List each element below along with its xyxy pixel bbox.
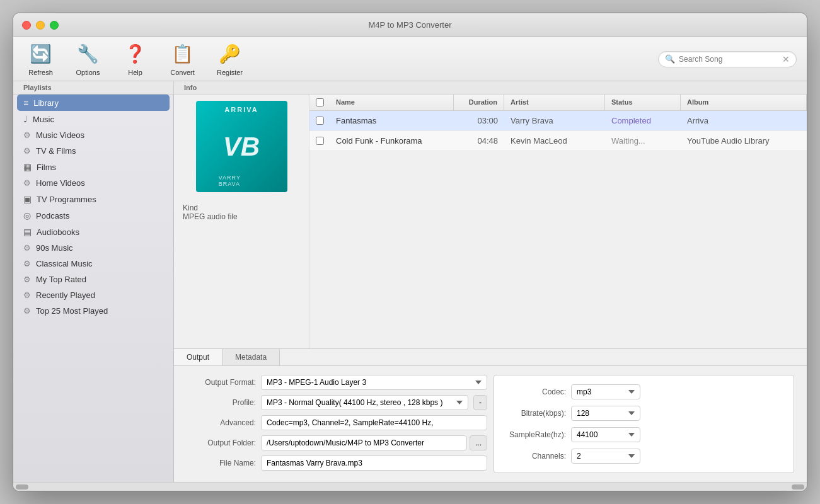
sidebar-label-films: Films <box>37 163 56 172</box>
format-row: Output Format: MP3 - MPEG-1 Audio Layer … <box>187 375 487 390</box>
sidebar-item-recently-played[interactable]: ⚙ Recently Played <box>13 287 173 303</box>
audio-settings-panel: Codec: mp3 Bitrate(kbps): 128 <box>494 375 794 473</box>
music-icon: ♩ <box>23 114 28 124</box>
convert-button[interactable]: 📋 Convert <box>165 42 200 76</box>
sidebar-item-music-videos[interactable]: ⚙ Music Videos <box>13 127 173 143</box>
advanced-row: Advanced: <box>187 415 487 430</box>
convert-label: Convert <box>170 69 195 76</box>
register-button[interactable]: 🔑 Register <box>212 42 247 76</box>
select-all-checkbox[interactable] <box>316 98 324 106</box>
scrollbar <box>13 482 807 491</box>
sidebar-item-library[interactable]: ≡ Library <box>17 94 170 111</box>
track-artist-2: Kevin MacLeod <box>504 131 605 151</box>
convert-icon: 📋 <box>171 42 195 66</box>
browse-button[interactable]: ... <box>470 435 487 450</box>
register-icon: 🔑 <box>218 42 242 66</box>
films-icon: ▦ <box>23 162 32 172</box>
info-column-header: Info <box>174 81 207 94</box>
header-checkbox-col <box>309 94 330 110</box>
sidebar-label-tv-films: TV & Films <box>36 146 76 156</box>
samplerate-row: SampleRate(hz): 44100 <box>503 427 785 442</box>
advanced-label: Advanced: <box>187 418 256 427</box>
artist-logo: VB <box>223 132 260 162</box>
sidebar-item-music[interactable]: ♩ Music <box>13 111 173 127</box>
sidebar-item-films[interactable]: ▦ Films <box>13 159 173 175</box>
col-header-album[interactable]: Album <box>681 94 807 110</box>
table-row[interactable]: Cold Funk - Funkorama 04:48 Kevin MacLeo… <box>309 131 807 151</box>
sidebar-item-90s-music[interactable]: ⚙ 90s Music <box>13 240 173 256</box>
sidebar-label-classical-music: Classical Music <box>36 259 93 268</box>
sidebar-item-podcasts[interactable]: ◎ Podcasts <box>13 207 173 224</box>
album-title-text: ARRIVA <box>224 106 258 113</box>
search-icon: 🔍 <box>665 54 675 64</box>
bitrate-label: Bitrate(kbps): <box>503 409 566 418</box>
kind-value: MPEG audio file <box>183 212 238 221</box>
track-artist-1: Varry Brava <box>504 111 605 130</box>
sidebar-item-home-videos[interactable]: ⚙ Home Videos <box>13 175 173 191</box>
tab-metadata[interactable]: Metadata <box>222 349 280 365</box>
help-button[interactable]: ❓ Help <box>118 42 153 76</box>
album-info: Kind MPEG audio file <box>180 198 303 226</box>
options-button[interactable]: 🔧 Options <box>71 42 105 76</box>
track-checkbox-2[interactable] <box>316 137 324 145</box>
codec-select[interactable]: mp3 <box>571 384 640 399</box>
options-icon: 🔧 <box>76 42 100 66</box>
scroll-thumb-right[interactable] <box>792 484 804 490</box>
profile-select[interactable]: MP3 - Normal Quality( 44100 Hz, stereo ,… <box>261 395 468 410</box>
maximize-button[interactable] <box>50 21 59 30</box>
track-duration-1: 03:00 <box>454 111 504 130</box>
content-main: ARRIVA VB VARRY BRAVA Kind MPEG audio fi… <box>174 94 807 348</box>
scroll-thumb[interactable] <box>16 484 28 490</box>
col-header-artist[interactable]: Artist <box>504 94 605 110</box>
bitrate-select[interactable]: 128 <box>571 406 640 421</box>
sidebar-item-top-25[interactable]: ⚙ Top 25 Most Played <box>13 303 173 319</box>
sidebar-item-tv-films[interactable]: ⚙ TV & Films <box>13 143 173 159</box>
sidebar-label-library: Library <box>33 98 59 108</box>
top-25-icon: ⚙ <box>23 306 31 316</box>
sidebar-label-podcasts: Podcasts <box>36 211 69 220</box>
format-label: Output Format: <box>187 378 256 387</box>
sidebar-label-music: Music <box>33 115 54 124</box>
profile-extra-btn[interactable]: - <box>473 395 487 410</box>
audiobooks-icon: ▤ <box>23 227 32 237</box>
sidebar-label-90s-music: 90s Music <box>36 243 73 253</box>
table-row[interactable]: Fantasmas 03:00 Varry Brava Completed Ar… <box>309 111 807 131</box>
search-input[interactable] <box>679 55 778 64</box>
content-area: ARRIVA VB VARRY BRAVA Kind MPEG audio fi… <box>174 94 807 482</box>
filename-input[interactable] <box>261 455 487 471</box>
main-area: ≡ Library ♩ Music ⚙ Music Videos ⚙ TV & … <box>13 94 807 482</box>
channels-select[interactable]: 2 <box>571 449 640 464</box>
col-header-status[interactable]: Status <box>605 94 681 110</box>
sidebar-item-tv-programmes[interactable]: ▣ TV Programmes <box>13 191 173 207</box>
row-checkbox-col <box>309 113 330 129</box>
refresh-label: Refresh <box>28 69 53 76</box>
search-clear-icon[interactable]: ✕ <box>782 54 790 64</box>
tab-output[interactable]: Output <box>174 349 222 365</box>
advanced-input[interactable] <box>261 415 487 430</box>
title-bar: M4P to MP3 Converter <box>13 13 807 37</box>
album-artist-text: VARRY BRAVA <box>219 175 265 187</box>
minimize-button[interactable] <box>36 21 45 30</box>
samplerate-select[interactable]: 44100 <box>571 427 640 442</box>
close-button[interactable] <box>22 21 31 30</box>
album-panel: ARRIVA VB VARRY BRAVA Kind MPEG audio fi… <box>174 94 309 348</box>
options-label: Options <box>76 69 100 76</box>
channels-row: Channels: 2 <box>503 449 785 464</box>
track-checkbox-1[interactable] <box>316 117 324 125</box>
refresh-button[interactable]: 🔄 Refresh <box>23 42 58 76</box>
profile-row: Profile: MP3 - Normal Quality( 44100 Hz,… <box>187 395 487 410</box>
sidebar-item-classical-music[interactable]: ⚙ Classical Music <box>13 256 173 272</box>
col-header-name[interactable]: Name <box>330 94 454 110</box>
left-settings-col: Output Format: MP3 - MPEG-1 Audio Layer … <box>187 375 487 473</box>
codec-row: Codec: mp3 <box>503 384 785 399</box>
col-header-duration[interactable]: Duration <box>454 94 504 110</box>
folder-input[interactable] <box>261 435 467 450</box>
sidebar-item-my-top-rated[interactable]: ⚙ My Top Rated <box>13 272 173 287</box>
music-videos-icon: ⚙ <box>23 130 31 140</box>
folder-label: Output Folder: <box>187 438 256 447</box>
sidebar-item-audiobooks[interactable]: ▤ Audiobooks <box>13 224 173 240</box>
refresh-icon: 🔄 <box>29 42 53 66</box>
codec-label: Codec: <box>503 387 566 396</box>
profile-label: Profile: <box>187 398 256 407</box>
format-select[interactable]: MP3 - MPEG-1 Audio Layer 3 <box>261 375 487 390</box>
